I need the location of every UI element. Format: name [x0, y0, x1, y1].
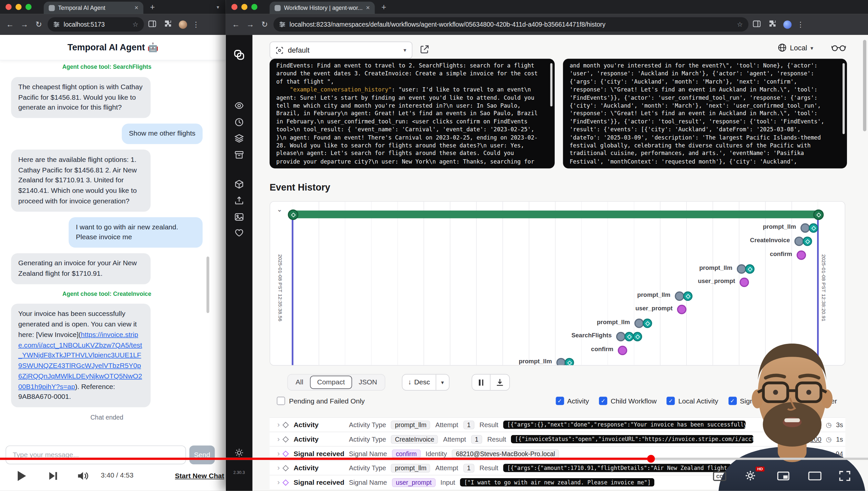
event-id-link[interactable]: 106 — [810, 421, 822, 429]
checkbox-icon[interactable] — [556, 397, 564, 405]
side-panel-icon[interactable] — [750, 20, 764, 29]
theater-mode-button[interactable] — [808, 471, 821, 483]
filter-checkbox[interactable]: Timer — [769, 397, 798, 405]
checkbox-icon[interactable] — [808, 397, 816, 405]
feedback-heart-icon[interactable] — [235, 228, 244, 240]
close-tab-icon[interactable]: × — [366, 4, 370, 12]
bookmark-star-icon[interactable]: ☆ — [737, 21, 743, 28]
window-minimize-button[interactable] — [241, 4, 248, 10]
expand-caret-icon[interactable]: › — [278, 421, 280, 429]
timeline-event-marker-signal[interactable] — [618, 346, 627, 355]
invoice-link[interactable]: https://invoice.stripe.com/i/acct_1NBOLu… — [19, 331, 143, 390]
timeline-event-marker-activity[interactable] — [556, 358, 566, 366]
timeline-event-marker-activity[interactable] — [809, 224, 818, 233]
event-badge[interactable]: 68210@Steves-MacBook-Pro.local — [452, 449, 559, 458]
event-id-link[interactable]: 94 — [836, 450, 843, 457]
filter-checkbox[interactable]: Activity — [556, 397, 589, 405]
timeline-event-marker-activity[interactable] — [683, 292, 693, 301]
timeline-event-marker-signal[interactable] — [739, 278, 749, 287]
filter-checkbox[interactable]: Other — [808, 397, 837, 405]
message-input[interactable]: Type your message... — [6, 445, 186, 464]
address-bar[interactable]: localhost:5173 ☆ — [48, 17, 144, 32]
forward-button[interactable]: → — [244, 20, 257, 29]
send-button[interactable]: Send — [189, 445, 215, 464]
checkbox-icon[interactable] — [769, 397, 777, 405]
settings-gear-icon[interactable] — [745, 470, 755, 483]
reload-button[interactable]: ↻ — [32, 20, 45, 29]
code-panel-right[interactable]: and month you're interested in for the e… — [563, 59, 847, 168]
back-button[interactable]: ← — [229, 20, 242, 29]
new-tab-button[interactable]: + — [381, 2, 386, 12]
video-progress-bar[interactable] — [0, 458, 868, 460]
extensions-puzzle-icon[interactable] — [160, 20, 175, 29]
event-row[interactable]: ›ActivityActivity Typeprompt_llmAttempt1… — [270, 417, 845, 432]
window-zoom-button[interactable] — [25, 4, 32, 10]
cluster-selector[interactable]: Local ▾ — [778, 43, 813, 52]
close-tab-icon[interactable]: × — [134, 4, 138, 12]
workflow-duration-bar[interactable] — [293, 211, 818, 219]
back-button[interactable]: ← — [3, 20, 17, 29]
timeline-event-marker-activity[interactable] — [643, 319, 652, 328]
timeline-event-marker-activity[interactable] — [564, 358, 574, 366]
timeline-event-marker-activity[interactable] — [803, 237, 812, 246]
tab-search-chevron-icon[interactable]: ▾ — [217, 4, 219, 10]
archive-box-icon[interactable] — [235, 150, 244, 162]
pause-icon[interactable] — [472, 379, 490, 385]
checkbox-icon[interactable] — [599, 397, 607, 405]
window-close-button[interactable] — [231, 4, 238, 10]
timeline-event-marker-signal[interactable] — [797, 251, 806, 260]
bookmark-star-icon[interactable]: ☆ — [132, 21, 138, 28]
workflow-end-marker[interactable] — [813, 209, 824, 220]
event-id-link[interactable]: 105 — [795, 421, 806, 429]
profile-avatar[interactable] — [783, 20, 792, 28]
fullscreen-button[interactable] — [839, 471, 850, 483]
temporal-logo[interactable] — [234, 49, 245, 62]
event-badge[interactable]: 1 — [471, 435, 482, 443]
sort-options-chevron-icon[interactable]: ▾ — [436, 379, 449, 385]
download-icon[interactable] — [491, 378, 509, 386]
pending-failed-checkbox[interactable]: Pending and Failed Only — [277, 397, 365, 405]
chat-scrollbar[interactable] — [207, 257, 209, 313]
filter-checkbox[interactable]: Local Activity — [667, 397, 718, 405]
workflows-eye-icon[interactable] — [235, 101, 244, 112]
event-row[interactable]: ›ActivityActivity TypeCreateInvoiceAttem… — [270, 432, 845, 446]
event-badge[interactable]: 1 — [463, 420, 474, 429]
checkbox-icon[interactable] — [277, 397, 285, 405]
new-tab-button[interactable]: + — [150, 2, 155, 12]
site-info-icon[interactable] — [279, 21, 286, 28]
expand-caret-icon[interactable]: › — [278, 449, 280, 457]
namespace-select[interactable]: default ▾ — [270, 41, 412, 59]
timeline-event-marker-signal[interactable] — [677, 305, 686, 314]
code-panel-left[interactable]: FindEvents: Find an event to travel to 2… — [270, 59, 555, 168]
kebab-menu-icon[interactable]: ⋮ — [795, 20, 805, 28]
workflow-start-marker[interactable] — [288, 209, 299, 220]
timeline-event-marker-activity[interactable] — [632, 332, 642, 342]
extensions-puzzle-icon[interactable] — [765, 20, 780, 29]
event-id-link[interactable]: 99 — [799, 435, 806, 443]
filter-checkbox[interactable]: Child Workflow — [599, 397, 657, 405]
forward-button[interactable]: → — [18, 20, 31, 29]
browser-tab[interactable]: Temporal AI Agent × — [44, 2, 143, 14]
side-panel-icon[interactable] — [145, 20, 159, 29]
event-id-link[interactable]: 100 — [810, 435, 822, 443]
view-tab[interactable]: JSON — [352, 376, 384, 389]
timeline-event-marker-activity[interactable] — [745, 264, 754, 274]
namespaces-cube-icon[interactable] — [235, 180, 244, 191]
schedules-clock-icon[interactable] — [235, 117, 244, 129]
sort-desc-button[interactable]: ↓Desc — [402, 378, 436, 386]
open-namespace-external-icon[interactable] — [420, 45, 429, 57]
import-upload-icon[interactable] — [235, 196, 244, 207]
feedback-glasses-icon[interactable] — [832, 44, 846, 54]
view-tab[interactable]: All — [289, 376, 310, 389]
address-bar[interactable]: localhost:8233/namespaces/default/workfl… — [274, 17, 749, 32]
browser-tab[interactable]: Workflow History | agent-wor... × — [270, 2, 375, 14]
video-progress-knob[interactable] — [647, 455, 655, 463]
checkbox-icon[interactable] — [667, 397, 675, 405]
profile-avatar[interactable] — [179, 20, 187, 28]
reload-button[interactable]: ↻ — [258, 20, 271, 29]
kebab-menu-icon[interactable]: ⋮ — [191, 20, 201, 28]
next-button[interactable] — [49, 471, 58, 483]
play-button[interactable] — [17, 470, 27, 484]
window-close-button[interactable] — [6, 4, 12, 10]
window-minimize-button[interactable] — [16, 4, 22, 10]
